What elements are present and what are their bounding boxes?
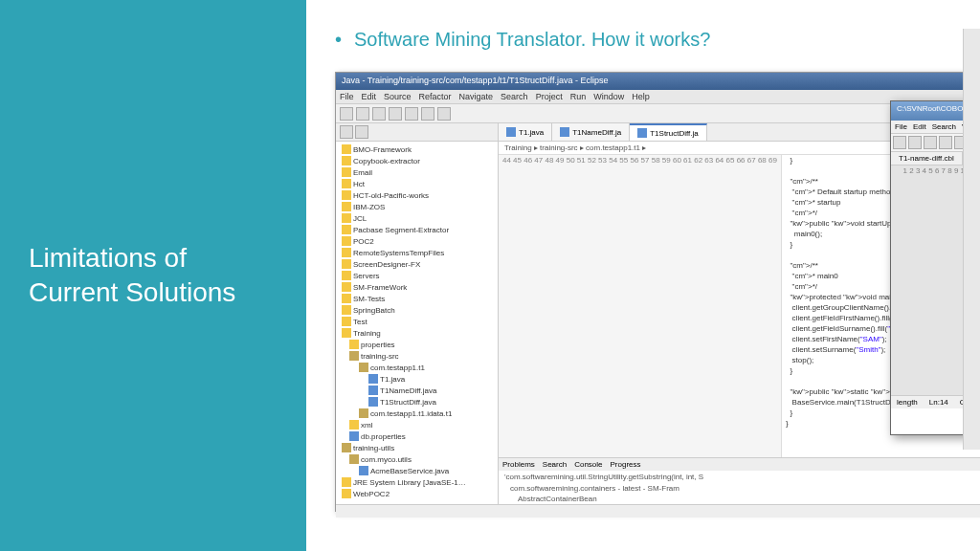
tool-icon[interactable] bbox=[437, 107, 451, 121]
open-icon[interactable] bbox=[908, 136, 922, 149]
bullet-point: Software Mining Translator. How it works… bbox=[325, 29, 961, 51]
bottom-tab-progress[interactable]: Progress bbox=[611, 460, 641, 469]
explorer-header bbox=[336, 123, 498, 142]
editor-tab[interactable]: T1NameDiff.ja bbox=[552, 123, 630, 141]
save-icon[interactable] bbox=[356, 107, 369, 121]
save-icon[interactable] bbox=[924, 136, 937, 149]
folder-icon bbox=[342, 477, 351, 487]
run-icon[interactable] bbox=[389, 107, 402, 121]
folder-icon bbox=[342, 156, 351, 165]
tree-item[interactable]: db.properties bbox=[338, 430, 496, 442]
tree-item[interactable]: Pacbase Segment-Extractor bbox=[338, 224, 496, 235]
tree-item[interactable]: SpringBatch bbox=[338, 304, 496, 316]
project-tree[interactable]: BMO-FrameworkCopybook-extractorEmailHctH… bbox=[336, 142, 498, 501]
np-menu-search[interactable]: Search bbox=[932, 122, 956, 131]
tree-item[interactable]: T1StructDiff.java bbox=[338, 396, 496, 408]
menu-navigate[interactable]: Navigate bbox=[459, 92, 494, 101]
menu-edit[interactable]: Edit bbox=[362, 92, 377, 101]
editor-tab[interactable]: T1StructDiff.ja bbox=[630, 123, 707, 141]
menu-refactor[interactable]: Refactor bbox=[419, 92, 452, 101]
tree-item[interactable]: AcmeBaseService.java bbox=[338, 465, 496, 476]
tree-item[interactable]: com.myco.utils bbox=[338, 453, 496, 465]
tree-item[interactable]: JRE System Library [JavaSE-1… bbox=[338, 476, 496, 488]
jfile-icon bbox=[349, 431, 359, 441]
menu-window[interactable]: Window bbox=[593, 92, 624, 101]
menu-search[interactable]: Search bbox=[501, 92, 528, 101]
tool-icon[interactable] bbox=[939, 136, 952, 149]
slide-scrollbar[interactable] bbox=[963, 29, 980, 450]
tree-item[interactable]: T1.java bbox=[338, 373, 496, 385]
project-explorer[interactable]: BMO-FrameworkCopybook-extractorEmailHctH… bbox=[336, 123, 499, 504]
tree-item[interactable]: SM-FrameWork bbox=[338, 281, 496, 293]
tree-item[interactable]: ScreenDesigner-FX bbox=[338, 258, 496, 270]
tool-icon[interactable] bbox=[405, 107, 418, 121]
folder-icon bbox=[342, 248, 351, 257]
pkg-icon bbox=[349, 454, 359, 464]
folder-icon bbox=[342, 489, 351, 498]
tree-item[interactable]: properties bbox=[338, 339, 496, 350]
explorer-icon[interactable] bbox=[355, 125, 368, 139]
java-icon bbox=[637, 128, 647, 138]
tree-item[interactable]: Test bbox=[338, 316, 496, 327]
tree-item[interactable]: POC2 bbox=[338, 235, 496, 247]
eclipse-menubar: FileEditSourceRefactorNavigateSearchProj… bbox=[336, 90, 980, 104]
tree-item[interactable]: HCT-old-Pacific-works bbox=[338, 189, 496, 201]
np-status-item: length bbox=[897, 398, 918, 407]
jfile-icon bbox=[359, 466, 368, 475]
tree-item[interactable]: Servers bbox=[338, 270, 496, 281]
folder-icon bbox=[342, 305, 351, 315]
tree-item[interactable]: T1NameDiff.java bbox=[338, 385, 496, 396]
folder-icon bbox=[342, 213, 351, 223]
tree-item[interactable]: BMO-Framework bbox=[338, 143, 496, 155]
slide-title: Limitations of Current Solutions bbox=[29, 241, 278, 311]
bottom-tab-search[interactable]: Search bbox=[543, 460, 567, 469]
folder-icon bbox=[342, 179, 351, 188]
search-result: com.softwaremining.containers - latest -… bbox=[499, 483, 980, 494]
folder-icon bbox=[342, 144, 351, 154]
tool-icon[interactable] bbox=[421, 107, 434, 121]
menu-project[interactable]: Project bbox=[536, 92, 563, 101]
jfile-icon bbox=[368, 374, 378, 384]
tree-item[interactable]: JCL bbox=[338, 212, 496, 224]
tree-item[interactable]: training-src bbox=[338, 350, 496, 362]
menu-run[interactable]: Run bbox=[570, 92, 587, 101]
editor-tab[interactable]: T1.java bbox=[499, 123, 552, 141]
bottom-tab-console[interactable]: Console bbox=[574, 460, 602, 469]
tree-item[interactable]: Email bbox=[338, 166, 496, 178]
folder-icon bbox=[342, 236, 351, 246]
folder-icon bbox=[342, 328, 351, 338]
bottom-tab-problems[interactable]: Problems bbox=[502, 460, 535, 469]
tree-item[interactable]: IBM-ZOS bbox=[338, 201, 496, 212]
eclipse-titlebar[interactable]: Java - Training/training-src/com/testapp… bbox=[336, 73, 980, 90]
pkg-icon bbox=[349, 351, 359, 361]
np-menu-file[interactable]: File bbox=[895, 122, 907, 131]
folder-icon bbox=[349, 420, 359, 430]
tree-item[interactable]: Training bbox=[338, 327, 496, 339]
slide-left-panel: Limitations of Current Solutions bbox=[0, 0, 306, 551]
tree-item[interactable]: com.testapp1.t1.idata.t1 bbox=[338, 408, 496, 419]
folder-icon bbox=[342, 167, 351, 177]
np-menu-edit[interactable]: Edit bbox=[913, 122, 926, 131]
menu-source[interactable]: Source bbox=[384, 92, 412, 101]
folder-icon bbox=[349, 340, 359, 349]
tree-item[interactable]: SM-Tests bbox=[338, 293, 496, 304]
tree-item[interactable]: Copybook-extractor bbox=[338, 155, 496, 166]
tree-item[interactable]: training-utils bbox=[338, 442, 496, 453]
new-icon[interactable] bbox=[893, 136, 906, 149]
search-result: 'com.softwaremining.util.StringUtility.g… bbox=[499, 471, 980, 483]
bottom-panel-tabs: ProblemsSearchConsoleProgress bbox=[499, 457, 980, 471]
tree-item[interactable]: xml bbox=[338, 419, 496, 430]
new-icon[interactable] bbox=[340, 107, 353, 121]
pkg-icon bbox=[359, 408, 368, 418]
tree-item[interactable]: WebPOC2 bbox=[338, 488, 496, 499]
debug-icon[interactable] bbox=[372, 107, 386, 121]
menu-file[interactable]: File bbox=[340, 92, 354, 101]
tree-item[interactable]: com.testapp1.t1 bbox=[338, 362, 496, 373]
tree-item[interactable]: RemoteSystemsTempFiles bbox=[338, 247, 496, 258]
tree-item[interactable]: Hct bbox=[338, 178, 496, 189]
eclipse-toolbar: Quick Access Java EE Java Debug Web bbox=[336, 104, 980, 123]
menu-help[interactable]: Help bbox=[632, 92, 650, 101]
tab-file1[interactable]: T1-name-diff.cbl bbox=[891, 152, 963, 165]
explorer-icon[interactable] bbox=[340, 125, 353, 139]
slide-right-panel: Software Mining Translator. How it works… bbox=[306, 0, 980, 551]
